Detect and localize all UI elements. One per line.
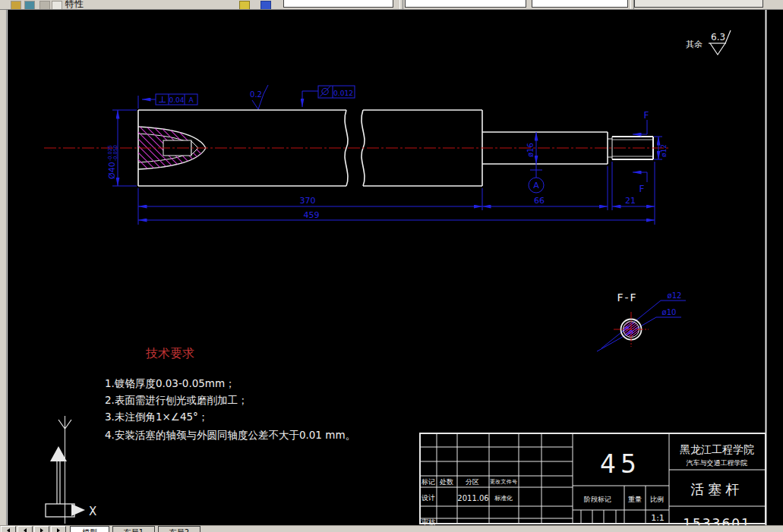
dim-370: 370 [300,196,316,206]
roughness-0-2: 0.2 [250,90,262,99]
roughness-value: 6.3 [711,32,725,42]
dimensions [112,85,686,351]
linetype-combo[interactable] [532,0,628,8]
tb-institution: 黑龙江工程学院 [680,443,754,455]
roughness-prefix: 其余 [686,39,702,49]
ucs-y-arrow-icon [50,446,67,461]
dimension-texts: 370 66 21 459 0.04 A 0.012 0.2 A F F ø12… [107,90,682,317]
dim-d40: Ø40 [107,162,117,179]
tab-nav-last-icon[interactable] [51,526,66,532]
dim-459: 459 [304,210,320,220]
tb-label-weight: 重量 [628,496,642,503]
tb-part-name: 活塞杆 [691,481,744,497]
tb-department: 汽车与交通工程学院 [687,459,748,467]
tech-item-3: 3.未注倒角1×∠45°； [105,411,208,423]
tb-label-zone: 分区 [466,478,479,486]
tb-label-scale: 比例 [650,496,664,503]
toolbar-diamond-icon[interactable] [260,1,271,10]
ucs-x-label: X [89,505,96,518]
dim-d16: ø16 [526,143,535,157]
section-view-ff: F-F [595,291,658,347]
tb-label-count: 处数 [439,478,453,486]
toolbar-properties-label[interactable]: 特性 [65,0,84,10]
sheet-border [7,9,766,525]
fcf2-value: 0.012 [333,90,353,97]
toolbar-icon-2[interactable] [24,1,35,10]
section-view-title: F-F [617,291,637,304]
tech-item-2: 2.表面需进行刨光或磨削加工； [105,394,248,406]
lineweight-combo[interactable] [634,0,763,8]
toolbar-icon-1[interactable] [11,1,21,10]
layout-tab-bar: 模型 布局1 布局2 [0,525,783,532]
section-label-f-bottom: F [639,184,645,194]
tab-nav-prev-icon[interactable] [17,526,33,532]
tab-nav-first-icon[interactable] [1,526,16,532]
tb-scale-value: 1:1 [651,513,665,523]
tb-label-standardize: 标准化 [494,495,513,502]
tb-date: 2011.06 [457,494,488,502]
tab-model[interactable]: 模型 [70,526,109,532]
ucs-origin-box [46,504,74,517]
dim-66: 66 [534,196,545,206]
tb-material: 45 [600,449,641,479]
tb-label-change-file: 更改文件号 [490,478,517,485]
ucs-x-arrow-icon [71,504,85,516]
fcf1-value: 0.04 [169,96,184,104]
tech-requirements: 技术要求 1.镀铬厚度0.03-0.05mm； 2.表面需进行刨光或磨削加工； … [105,346,355,441]
tab-nav-next-icon[interactable] [34,526,49,532]
ucs-icon: X [46,416,96,524]
dim-d12: ø12 [660,144,668,157]
tech-title: 技术要求 [145,346,194,360]
toolbar-icon-3[interactable] [39,1,50,10]
left-dock-strip [0,9,7,525]
toolbar-grip-1[interactable] [399,0,403,9]
drawing-canvas[interactable]: 370 66 21 459 0.04 A 0.012 0.2 A F F ø12… [0,0,783,532]
color-combo[interactable] [405,0,526,8]
section-label-f-top: F [644,110,649,121]
ff-dim-d10: ø10 [662,308,677,316]
toolbar-star-icon[interactable] [239,1,250,10]
ff-dim-d12: ø12 [668,291,682,300]
ff-centerlines [614,312,649,347]
tb-label-mark: 标记 [421,478,435,486]
layer-combo[interactable] [283,0,393,8]
cad-application-window: 特性 [0,0,783,532]
tech-item-4: 4.安装活塞的轴颈与外圆同轴度公差不大于0.01 mm。 [105,429,355,441]
toolbar-icon-4[interactable] [52,1,62,10]
general-roughness: 其余 6.3 [686,30,731,55]
dim-21: 21 [625,196,636,206]
datum-a-label: A [533,181,539,190]
tech-item-1: 1.镀铬厚度0.03-0.05mm； [105,377,235,389]
tb-label-design: 设计 [421,494,435,502]
tb-label-stage-mark: 阶段标记 [584,496,611,503]
tab-layout1[interactable]: 布局1 [112,526,155,532]
fcf1-datum: A [188,96,194,104]
top-toolbar: 特性 [0,0,783,10]
dim-d40-tol-lower: -0.050 [112,145,118,161]
tab-layout2[interactable]: 布局2 [158,526,200,532]
title-block: 标记 处数 分区 更改文件号 设计 2011.06 标准化 审核 45 阶段标记… [420,433,766,531]
cylindricity-icon [320,87,330,97]
